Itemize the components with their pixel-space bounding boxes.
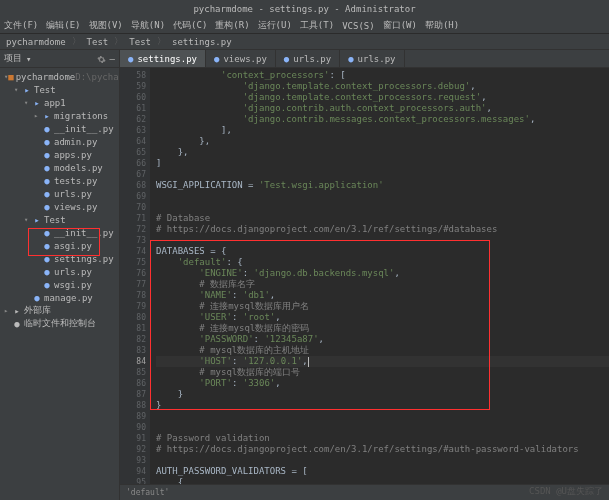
tree-item[interactable]: ●wsgi.py bbox=[0, 278, 119, 291]
code-line[interactable] bbox=[156, 422, 609, 433]
code-line[interactable]: # 连接mysql数据库的密码 bbox=[156, 323, 609, 334]
gear-icon[interactable] bbox=[97, 54, 106, 64]
code-line[interactable]: # 连接mysql数据库用户名 bbox=[156, 301, 609, 312]
token-pl: }, bbox=[156, 147, 189, 157]
tree-item[interactable]: ●settings.py bbox=[0, 252, 119, 265]
tree-item[interactable]: ●urls.py bbox=[0, 265, 119, 278]
editor-tab[interactable]: ●urls.py bbox=[340, 50, 404, 67]
code-line[interactable]: 'PORT': '3306', bbox=[156, 378, 609, 389]
menu-item[interactable]: 窗口(W) bbox=[383, 19, 417, 32]
collapse-icon[interactable]: — bbox=[110, 54, 115, 64]
tree-item[interactable]: ▾▸Test bbox=[0, 213, 119, 226]
code-line[interactable] bbox=[156, 411, 609, 422]
code-line[interactable]: { bbox=[156, 477, 609, 484]
code-line[interactable] bbox=[156, 455, 609, 466]
breadcrumb-item[interactable]: Test bbox=[129, 37, 151, 47]
token-pl: } bbox=[156, 389, 183, 399]
tree-item[interactable]: ●__init__.py bbox=[0, 226, 119, 239]
code-line[interactable]: DATABASES = { bbox=[156, 246, 609, 257]
code-line[interactable]: 'django.contrib.messages.context_process… bbox=[156, 114, 609, 125]
code-editor[interactable]: 5859606162636465666768697071727374757677… bbox=[120, 68, 609, 484]
tree-item[interactable]: ▾■pycharmdome D:\pycharmdome bbox=[0, 70, 119, 83]
breadcrumb-item[interactable]: pycharmdome bbox=[6, 37, 66, 47]
dropdown-icon[interactable]: ▾ bbox=[26, 54, 31, 64]
code-line[interactable] bbox=[156, 202, 609, 213]
code-line[interactable]: # mysql数据库的端口号 bbox=[156, 367, 609, 378]
expand-icon[interactable]: ▾ bbox=[24, 99, 32, 107]
breadcrumb-segment[interactable]: 'default' bbox=[126, 488, 169, 497]
tree-item[interactable]: ●admin.py bbox=[0, 135, 119, 148]
menu-item[interactable]: 工具(T) bbox=[300, 19, 334, 32]
tree-label: Test bbox=[44, 215, 66, 225]
code-line[interactable]: 'ENGINE': 'django.db.backends.mysql', bbox=[156, 268, 609, 279]
tree-item[interactable]: ●__init__.py bbox=[0, 122, 119, 135]
py-icon: ● bbox=[42, 280, 52, 290]
code-line[interactable]: # https://docs.djangoproject.com/en/3.1/… bbox=[156, 224, 609, 235]
code-line[interactable]: }, bbox=[156, 147, 609, 158]
tree-item[interactable]: ●apps.py bbox=[0, 148, 119, 161]
tree-item[interactable]: ▾▸Test bbox=[0, 83, 119, 96]
code-line[interactable]: 'django.contrib.auth.context_processors.… bbox=[156, 103, 609, 114]
tree-item[interactable]: ●models.py bbox=[0, 161, 119, 174]
menu-item[interactable]: 运行(U) bbox=[258, 19, 292, 32]
tree-item[interactable]: ▸▸migrations bbox=[0, 109, 119, 122]
code-line[interactable]: ], bbox=[156, 125, 609, 136]
tree-item[interactable]: ●临时文件和控制台 bbox=[0, 317, 119, 330]
editor-tab[interactable]: ●views.py bbox=[206, 50, 276, 67]
code-line[interactable]: 'django.template.context_processors.requ… bbox=[156, 92, 609, 103]
breadcrumb-item[interactable]: settings.py bbox=[172, 37, 232, 47]
menu-item[interactable]: 视图(V) bbox=[89, 19, 123, 32]
menu-item[interactable]: 编辑(E) bbox=[46, 19, 80, 32]
code-line[interactable]: } bbox=[156, 389, 609, 400]
line-number: 78 bbox=[120, 290, 146, 301]
code-line[interactable]: } bbox=[156, 400, 609, 411]
editor-tab[interactable]: ●urls.py bbox=[276, 50, 340, 67]
code-line[interactable]: # Password validation bbox=[156, 433, 609, 444]
code-line[interactable]: 'django.template.context_processors.debu… bbox=[156, 81, 609, 92]
code-content[interactable]: 'context_processors': [ 'django.template… bbox=[150, 68, 609, 484]
menu-item[interactable]: 导航(N) bbox=[131, 19, 165, 32]
code-line[interactable]: 'context_processors': [ bbox=[156, 70, 609, 81]
code-line[interactable]: 'PASSWORD': '12345a87', bbox=[156, 334, 609, 345]
code-line[interactable]: 'default': { bbox=[156, 257, 609, 268]
code-line[interactable]: AUTH_PASSWORD_VALIDATORS = [ bbox=[156, 466, 609, 477]
code-line[interactable]: 'HOST': '127.0.0.1', bbox=[156, 356, 609, 367]
menu-item[interactable]: 帮助(H) bbox=[425, 19, 459, 32]
tree-item[interactable]: ▸▸外部库 bbox=[0, 304, 119, 317]
code-line[interactable]: WSGI_APPLICATION = 'Test.wsgi.applicatio… bbox=[156, 180, 609, 191]
code-line[interactable]: # Database bbox=[156, 213, 609, 224]
line-number: 64 bbox=[120, 136, 146, 147]
code-line[interactable]: # 数据库名字 bbox=[156, 279, 609, 290]
tree-item[interactable]: ●urls.py bbox=[0, 187, 119, 200]
token-pl bbox=[156, 378, 199, 388]
code-line[interactable]: ] bbox=[156, 158, 609, 169]
tree-item[interactable]: ▾▸app1 bbox=[0, 96, 119, 109]
expand-icon[interactable]: ▸ bbox=[4, 307, 12, 315]
menu-item[interactable]: 代码(C) bbox=[173, 19, 207, 32]
tree-item[interactable]: ●manage.py bbox=[0, 291, 119, 304]
line-number: 60 bbox=[120, 92, 146, 103]
code-line[interactable] bbox=[156, 191, 609, 202]
expand-icon[interactable]: ▸ bbox=[34, 112, 42, 120]
code-line[interactable] bbox=[156, 169, 609, 180]
expand-icon[interactable]: ▾ bbox=[24, 216, 32, 224]
code-line[interactable]: 'NAME': 'db1', bbox=[156, 290, 609, 301]
menu-item[interactable]: VCS(S) bbox=[342, 21, 375, 31]
tree-item[interactable]: ●views.py bbox=[0, 200, 119, 213]
menu-item[interactable]: 文件(F) bbox=[4, 19, 38, 32]
code-line[interactable]: # mysql数据库的主机地址 bbox=[156, 345, 609, 356]
token-pl bbox=[156, 312, 199, 322]
project-tree[interactable]: ▾■pycharmdome D:\pycharmdome▾▸Test▾▸app1… bbox=[0, 68, 119, 500]
menu-item[interactable]: 重构(R) bbox=[215, 19, 249, 32]
tree-item[interactable]: ●asgi.py bbox=[0, 239, 119, 252]
tab-label: views.py bbox=[223, 54, 266, 64]
code-line[interactable]: 'USER': 'root', bbox=[156, 312, 609, 323]
editor-tab[interactable]: ●settings.py bbox=[120, 50, 206, 67]
code-line[interactable] bbox=[156, 235, 609, 246]
expand-icon[interactable]: ▾ bbox=[14, 86, 22, 94]
code-line[interactable]: }, bbox=[156, 136, 609, 147]
breadcrumb-item[interactable]: Test bbox=[87, 37, 109, 47]
token-str: 'NAME' bbox=[199, 290, 232, 300]
code-line[interactable]: # https://docs.djangoproject.com/en/3.1/… bbox=[156, 444, 609, 455]
tree-item[interactable]: ●tests.py bbox=[0, 174, 119, 187]
